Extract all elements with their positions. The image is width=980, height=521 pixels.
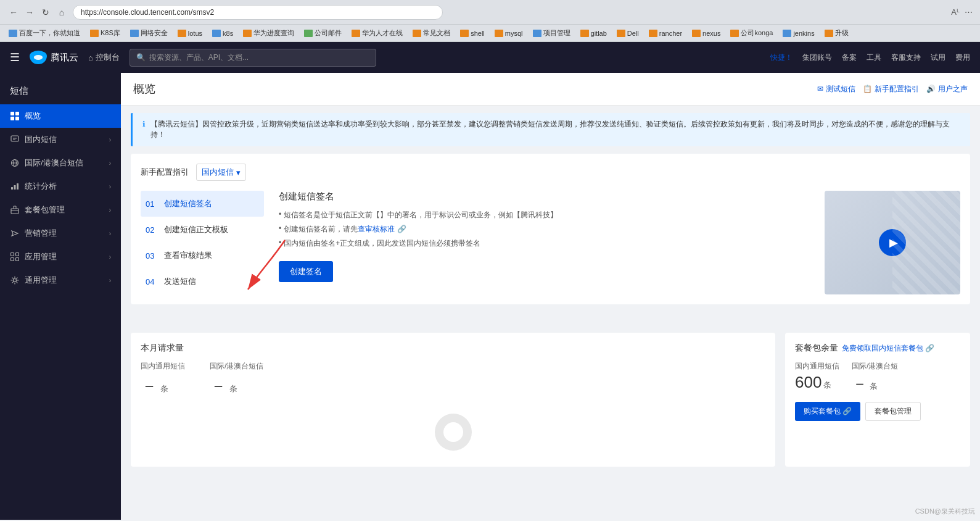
browser-options[interactable]: ⋯ xyxy=(965,7,973,17)
bookmark-security[interactable]: 网络安全 xyxy=(126,27,171,39)
package-card: 套餐包余量 免费领取国内短信套餐包 🔗 国内通用短信 600 条 国际/港澳台短 xyxy=(785,333,970,467)
bookmark-upgrade[interactable]: 升级 xyxy=(821,27,852,39)
info-icon: ℹ xyxy=(142,120,146,128)
bookmark-folder-icon xyxy=(178,30,186,37)
svg-rect-13 xyxy=(17,183,19,190)
bookmark-mail[interactable]: 公司邮件 xyxy=(300,27,345,39)
bookmark-mysql[interactable]: mysql xyxy=(491,28,527,38)
sidebar-item-packages[interactable]: 套餐包管理 › xyxy=(0,198,121,222)
console-link[interactable]: 控制台 xyxy=(88,52,120,63)
step-label-1: 创建短信签名 xyxy=(164,198,212,209)
guide-icon: 📋 xyxy=(863,85,872,93)
bookmark-folder-icon xyxy=(692,30,701,37)
bookmark-k8s[interactable]: K8S库 xyxy=(86,27,124,39)
stats-card-header: 本月请求量 xyxy=(141,343,765,354)
buy-package-button[interactable]: 购买套餐包 🔗 xyxy=(795,402,860,421)
intl-stat-value: － 条 xyxy=(210,374,263,398)
nav-support[interactable]: 客服支持 xyxy=(891,52,921,63)
bookmark-nexus[interactable]: nexus xyxy=(688,28,724,38)
chevron-right-icon: › xyxy=(109,254,111,260)
bookmark-konga[interactable]: 公司konga xyxy=(727,27,776,39)
step-item-1[interactable]: 01 创建短信签名 xyxy=(141,191,264,217)
sidebar-item-general[interactable]: 通用管理 › xyxy=(0,269,121,292)
guide-type-select[interactable]: 国内短信 ▾ xyxy=(196,164,246,181)
address-bar[interactable]: https://console.cloud.tencent.com/smsv2 xyxy=(73,5,443,20)
nav-billing[interactable]: 费用 xyxy=(955,52,970,63)
intl-stat-label: 国际/港澳台短信 xyxy=(210,361,263,372)
bookmark-docs[interactable]: 常见文档 xyxy=(409,27,454,39)
globe-icon xyxy=(10,158,20,168)
bookmark-dell[interactable]: Dell xyxy=(613,28,643,38)
bookmark-gitlab[interactable]: gitlab xyxy=(577,28,611,38)
bookmark-huawei-talent[interactable]: 华为人才在线 xyxy=(348,27,406,39)
bookmark-folder-icon xyxy=(352,30,360,37)
nav-trial[interactable]: 试用 xyxy=(931,52,945,63)
home-button[interactable]: ⌂ xyxy=(56,6,68,19)
bookmark-k8s2[interactable]: k8s xyxy=(208,28,237,38)
svg-rect-2 xyxy=(15,112,19,115)
package-row: 国内通用短信 600 条 国际/港澳台短 － 条 xyxy=(795,361,960,394)
back-button[interactable]: ← xyxy=(7,6,20,19)
sidebar-item-domestic[interactable]: 国内短信 › xyxy=(0,128,121,151)
new-guide-button[interactable]: 📋 新手配置指引 xyxy=(863,84,919,94)
browser-menu[interactable]: Aᴸ xyxy=(951,7,960,17)
review-standard-link[interactable]: 查审核标准 xyxy=(358,225,395,233)
refresh-button[interactable]: ↻ xyxy=(39,6,52,19)
package-intl-label: 国际/港澳台短 xyxy=(852,361,898,372)
sidebar-item-apps[interactable]: 应用管理 › xyxy=(0,245,121,269)
forward-button[interactable]: → xyxy=(23,6,36,19)
quick-start-header: 新手配置指引 国内短信 ▾ xyxy=(141,164,960,181)
svg-point-0 xyxy=(34,55,43,60)
nav-tools[interactable]: 工具 xyxy=(867,52,881,63)
video-thumbnail[interactable]: ▶ xyxy=(825,191,960,294)
bookmark-folder-icon xyxy=(9,30,17,37)
user-voice-button[interactable]: 🔊 用户之声 xyxy=(926,84,968,94)
sidebar-item-overview[interactable]: 概览 xyxy=(0,104,121,128)
package-intl-stat: 国际/港澳台短 － 条 xyxy=(852,361,898,394)
sidebar-label-marketing: 营销管理 xyxy=(25,228,57,239)
bookmark-jenkins[interactable]: jenkins xyxy=(779,28,818,38)
bookmark-folder-icon xyxy=(580,30,589,37)
bookmark-shell[interactable]: shell xyxy=(456,28,488,38)
sidebar-item-stats[interactable]: 统计分析 › xyxy=(0,175,121,198)
alert-text: 【腾讯云短信】因管控政策升级，近期营销类短信送达率和成功率受到较大影响，部分甚至… xyxy=(150,119,960,140)
sidebar-app-title: 短信 xyxy=(0,78,121,104)
step-number-1: 01 xyxy=(146,199,158,209)
page-header-actions: ✉ 测试短信 📋 新手配置指引 🔊 用户之声 xyxy=(817,84,968,94)
test-sms-button[interactable]: ✉ 测试短信 xyxy=(817,84,855,94)
package-intl-value: － 条 xyxy=(852,373,898,394)
domestic-stat: 国内通用短信 － 条 xyxy=(141,361,185,398)
grid-icon xyxy=(10,111,20,121)
bookmark-baidu[interactable]: 百度一下，你就知道 xyxy=(5,27,84,39)
sidebar-item-marketing[interactable]: 营销管理 › xyxy=(0,222,121,245)
step-label-3: 查看审核结果 xyxy=(164,250,212,261)
logo-area: 腾讯云 xyxy=(30,51,78,64)
pie-chart xyxy=(429,407,478,457)
voice-icon: 🔊 xyxy=(926,85,936,93)
shortcut-label[interactable]: 快捷！ xyxy=(770,52,793,63)
manage-package-button[interactable]: 套餐包管理 xyxy=(865,402,921,421)
page-title: 概览 xyxy=(133,81,155,96)
browser-nav-buttons: ← → ↻ ⌂ xyxy=(7,6,68,19)
svg-point-24 xyxy=(14,279,17,282)
hamburger-icon[interactable]: ☰ xyxy=(10,51,20,64)
sidebar-label-apps: 应用管理 xyxy=(25,251,57,262)
sidebar-label-stats: 统计分析 xyxy=(25,181,57,192)
bookmark-huawei[interactable]: 华为进度查询 xyxy=(239,27,298,39)
svg-marker-19 xyxy=(12,231,18,236)
nav-group-account[interactable]: 集团账号 xyxy=(802,52,832,63)
package-domestic-label: 国内通用短信 xyxy=(795,361,839,372)
bookmark-rancher[interactable]: rancher xyxy=(645,28,686,38)
bookmark-lotus[interactable]: lotus xyxy=(174,28,206,38)
alert-banner: ℹ 【腾讯云短信】因管控政策升级，近期营销类短信送达率和成功率受到较大影响，部分… xyxy=(131,113,970,146)
sidebar-item-intl[interactable]: 国际/港澳台短信 › xyxy=(0,151,121,175)
search-box[interactable]: 🔍 搜索资源、产品、API、文档... xyxy=(130,49,376,67)
domestic-stat-label: 国内通用短信 xyxy=(141,361,185,372)
bookmark-project[interactable]: 项目管理 xyxy=(529,27,574,39)
free-package-link[interactable]: 免费领取国内短信套餐包 🔗 xyxy=(842,343,934,354)
main-layout: 短信 概览 xyxy=(0,73,980,520)
nav-backup[interactable]: 备案 xyxy=(842,52,857,63)
bookmark-folder-icon xyxy=(130,30,139,37)
svg-rect-1 xyxy=(10,112,14,115)
logo-text: 腾讯云 xyxy=(51,52,78,64)
